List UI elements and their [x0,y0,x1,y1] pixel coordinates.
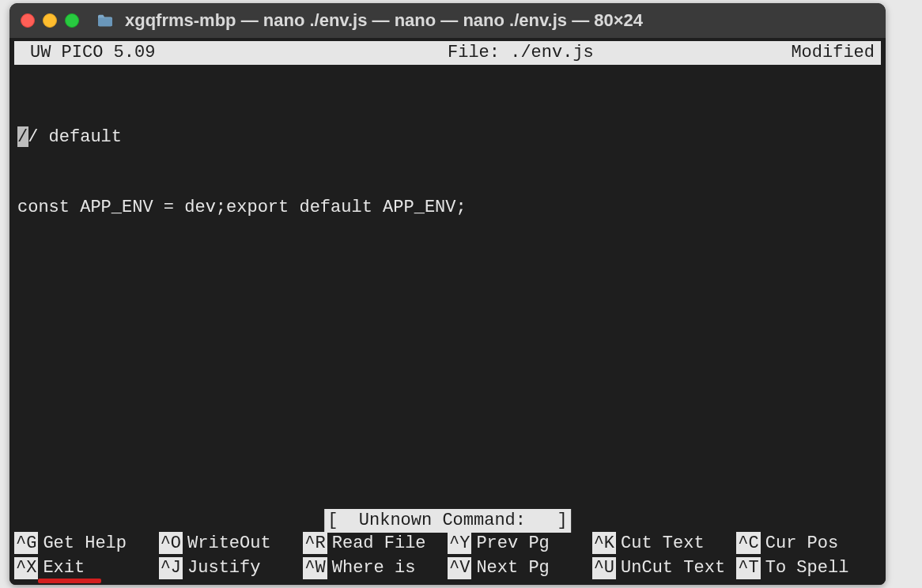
shortcut-label: Cut Text [616,532,705,556]
keycap: ^W [303,557,327,579]
shortcut-label: Cur Pos [761,532,838,556]
folder-icon [96,13,114,28]
svg-rect-0 [98,17,112,26]
shortcut-label: UnCut Text [616,556,725,580]
shortcut-uncut-text[interactable]: ^U UnCut Text [592,556,737,580]
keycap: ^K [592,532,616,554]
keycap: ^T [736,557,760,579]
window-titlebar: xgqfrms-mbp — nano ./env.js — nano — nan… [9,3,886,38]
annotation-underline [38,579,101,583]
keycap: ^C [736,532,760,554]
editor-line-rest: / default [28,127,122,147]
shortcut-label: Where is [327,556,416,580]
shortcut-label: Read File [327,532,426,556]
shortcut-label: WriteOut [183,532,271,556]
editor-modified-flag: Modified [791,41,875,65]
keycap: ^R [303,532,327,554]
shortcut-label: Exit [38,556,85,580]
keycap: ^U [592,557,616,579]
editor-status-bar: UW PICO 5.09 File: ./env.js Modified [14,41,881,65]
shortcut-label: Justify [183,556,260,580]
minimize-icon[interactable] [43,13,57,28]
terminal-window: xgqfrms-mbp — nano ./env.js — nano — nan… [9,3,886,585]
shortcut-justify[interactable]: ^J Justify [159,556,304,580]
cursor-covered-char: / [17,127,28,147]
keycap: ^Y [448,532,471,554]
shortcut-to-spell[interactable]: ^T To Spell [736,556,881,580]
shortcut-label: Prev Pg [471,532,549,556]
shortcut-writeout[interactable]: ^O WriteOut [159,532,304,556]
keycap: ^O [159,532,183,554]
window-title: xgqfrms-mbp — nano ./env.js — nano — nan… [125,10,643,31]
close-icon[interactable] [21,13,35,28]
shortcut-label: To Spell [761,556,849,580]
terminal-body[interactable]: UW PICO 5.09 File: ./env.js Modified // … [9,38,886,585]
editor-file-label: File: ./env.js [155,41,791,65]
shortcut-cut-text[interactable]: ^K Cut Text [592,532,737,556]
shortcut-read-file[interactable]: ^R Read File [303,532,448,556]
shortcut-label: Get Help [38,532,127,556]
shortcut-label: Next Pg [471,556,549,580]
shortcut-cur-pos[interactable]: ^C Cur Pos [736,532,881,556]
editor-content[interactable]: // default const APP_ENV = dev;export de… [13,65,882,267]
shortcut-where-is[interactable]: ^W Where is [303,556,448,580]
keycap: ^V [448,557,471,579]
shortcut-get-help[interactable]: ^G Get Help [14,532,159,556]
shortcut-next-pg[interactable]: ^V Next Pg [448,556,592,580]
maximize-icon[interactable] [65,13,79,28]
keycap: ^X [14,557,38,579]
shortcut-row: ^X Exit ^J Justify ^W Where is ^V Next P… [14,556,881,580]
editor-message: [ Unknown Command: ] [324,509,571,533]
editor-line: const APP_ENV = dev;export default APP_E… [17,196,878,220]
keycap: ^J [159,557,183,579]
editor-app-name: UW PICO 5.09 [30,41,155,65]
shortcut-exit[interactable]: ^X Exit [14,556,159,580]
shortcut-prev-pg[interactable]: ^Y Prev Pg [448,532,592,556]
shortcut-row: ^G Get Help ^O WriteOut ^R Read File ^Y … [14,532,881,556]
page-background-stripe [886,47,922,585]
keycap: ^G [14,532,38,554]
editor-line: // default [17,126,878,149]
window-controls [21,13,79,28]
shortcut-bar: ^G Get Help ^O WriteOut ^R Read File ^Y … [14,532,881,580]
